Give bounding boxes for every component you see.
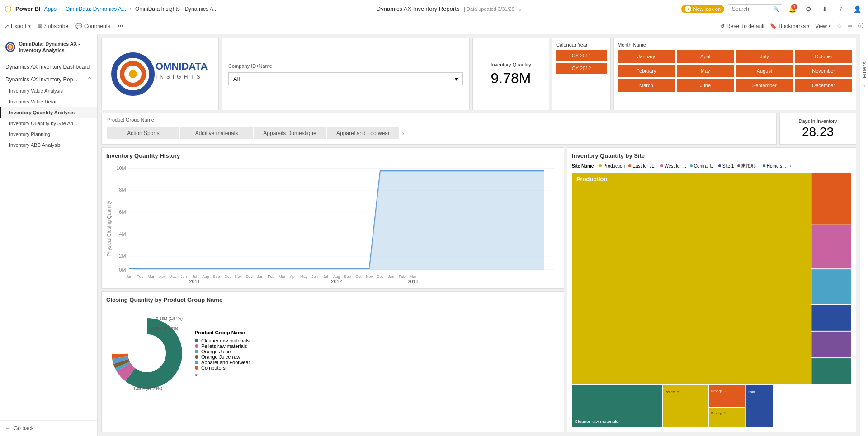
calendar-label: Calendar Year bbox=[556, 42, 607, 47]
month-november[interactable]: November bbox=[795, 65, 852, 77]
help-icon[interactable]: ? bbox=[835, 3, 847, 15]
month-february[interactable]: February bbox=[618, 65, 675, 77]
sidebar-item-value-detail[interactable]: Inventory Value Detail bbox=[0, 96, 97, 107]
breadcrumb2: OmniData Insights - Dynamics A... bbox=[135, 6, 218, 12]
breadcrumb1[interactable]: OmniData: Dynamics A... bbox=[66, 6, 126, 12]
info-icon[interactable]: ⓘ bbox=[858, 22, 863, 30]
pg-apparel[interactable]: Apparel and Footwear bbox=[327, 127, 399, 139]
pg-additive[interactable]: Additive materials bbox=[180, 127, 253, 139]
svg-point-60 bbox=[128, 334, 166, 372]
company-filter-select[interactable]: All ▾ bbox=[228, 72, 463, 85]
new-look-toggle[interactable]: ● New look on bbox=[681, 5, 724, 13]
calendar-cy2011[interactable]: CY 2011 bbox=[556, 50, 607, 61]
star-icon[interactable]: ☆ bbox=[836, 22, 843, 30]
svg-text:4M: 4M bbox=[119, 231, 126, 237]
export-button[interactable]: ↗ Export ▾ bbox=[5, 23, 31, 29]
user-avatar[interactable]: 👤 bbox=[851, 3, 863, 15]
svg-text:Jan: Jan bbox=[257, 274, 264, 279]
days-label: Days in Inventory bbox=[799, 118, 837, 124]
apps-link[interactable]: Apps bbox=[44, 6, 57, 12]
settings-icon[interactable]: ⚙ bbox=[802, 3, 815, 15]
sidebar-item-value-analysis[interactable]: Inventory Value Analysis bbox=[0, 85, 97, 96]
month-may[interactable]: May bbox=[677, 65, 734, 77]
svg-text:Jun: Jun bbox=[311, 274, 318, 279]
charts-left: Inventory Quantity History 10M bbox=[101, 147, 564, 432]
site-legend-jiayong: 家用刷... bbox=[737, 163, 759, 169]
month-october[interactable]: October bbox=[795, 50, 852, 63]
month-august[interactable]: August bbox=[736, 65, 793, 77]
view-button[interactable]: View ▾ bbox=[815, 23, 831, 29]
pg-appareils[interactable]: Appareils Domestique bbox=[254, 127, 326, 139]
legend-apparel: Apparel and Footwear bbox=[195, 360, 250, 365]
filters-panel-label: Filters bbox=[862, 61, 867, 78]
month-march[interactable]: March bbox=[618, 79, 675, 92]
powerbi-label: Power BI bbox=[15, 5, 41, 12]
month-july[interactable]: July bbox=[736, 50, 793, 63]
sub-toolbar: ↗ Export ▾ ✉ Subscribe 💬 Comments ••• ↺ … bbox=[0, 18, 868, 34]
subscribe-button[interactable]: ✉ Subscribe bbox=[38, 23, 68, 29]
treemap-ojraw-bottom[interactable] bbox=[709, 408, 745, 427]
legend-dot-apparel bbox=[195, 361, 198, 364]
sidebar-item-dashboard[interactable]: Dynamics AX Inventory Dashboard bbox=[0, 60, 97, 74]
calendar-cy2012[interactable]: CY 2012 bbox=[556, 63, 607, 74]
bookmarks-button[interactable]: 🔖 Bookmarks ▾ bbox=[770, 23, 810, 29]
site-legend-east: East for st... bbox=[628, 164, 656, 169]
treemap-site1[interactable] bbox=[811, 305, 851, 331]
legend-scroll-down[interactable]: ▾ bbox=[195, 372, 250, 378]
filters-chevron-icon[interactable]: › bbox=[863, 83, 865, 89]
month-label: Month Name bbox=[618, 42, 852, 47]
site-legend-homes: Home s... bbox=[763, 164, 786, 169]
legend-dot-pellets bbox=[195, 344, 198, 348]
inv-qty-label: Inventory Quantity bbox=[491, 62, 531, 67]
sidebar-item-qty-analysis[interactable]: Inventory Quantity Analysis bbox=[0, 107, 97, 118]
chevron-down-icon[interactable]: ⌄ bbox=[518, 5, 523, 12]
month-june[interactable]: June bbox=[677, 79, 734, 92]
month-september[interactable]: September bbox=[736, 79, 793, 92]
legend-dot-west bbox=[660, 164, 663, 167]
legend-title: Product Group Name bbox=[195, 330, 250, 335]
edit-icon[interactable]: ✏ bbox=[848, 23, 853, 29]
legend-cleaner: Cleaner raw materials bbox=[195, 338, 250, 343]
treemap-svg: Production Cleaner raw materials Pellets… bbox=[572, 173, 851, 427]
month-grid: January April July October February May … bbox=[618, 50, 852, 92]
calendar-next-arrow[interactable]: › bbox=[605, 70, 608, 78]
treemap-oj-label: Orange J... bbox=[711, 389, 728, 393]
go-back-button[interactable]: ← Go back bbox=[0, 420, 97, 436]
more-options-icon[interactable]: ••• bbox=[118, 23, 123, 29]
bookmark-chevron: ▾ bbox=[807, 24, 810, 28]
treemap-production[interactable] bbox=[572, 173, 811, 384]
product-group-arrow[interactable]: › bbox=[402, 129, 404, 137]
sidebar-item-abc[interactable]: Inventory ABC Analysis bbox=[0, 140, 97, 150]
treemap-central[interactable] bbox=[811, 269, 851, 304]
row-filters: OMNIDATA INSIGHTS Company ID+Name All ▾ … bbox=[101, 38, 856, 110]
legend-more-icon[interactable]: › bbox=[790, 164, 791, 169]
svg-text:Dec: Dec bbox=[246, 274, 253, 279]
treemap-oj-bottom[interactable] bbox=[709, 385, 745, 407]
pg-action-sports[interactable]: Action Sports bbox=[107, 127, 179, 139]
powerbi-logo: ⬡ bbox=[5, 4, 12, 14]
legend-dot-homes bbox=[763, 164, 765, 167]
comments-button[interactable]: 💬 Comments bbox=[75, 23, 110, 29]
reset-button[interactable]: ↺ Reset to default bbox=[720, 23, 764, 29]
filters-panel[interactable]: Filters › bbox=[860, 34, 868, 436]
back-arrow-icon: ← bbox=[5, 425, 11, 431]
sidebar-item-qty-site[interactable]: Inventory Quantity by Site An... bbox=[0, 118, 97, 129]
legend-dot-production bbox=[599, 164, 602, 167]
month-december[interactable]: December bbox=[795, 79, 852, 92]
breadcrumb-sep1: › bbox=[60, 6, 62, 12]
month-january[interactable]: January bbox=[618, 50, 675, 63]
treemap-jiayong[interactable] bbox=[811, 332, 851, 357]
notification-bell[interactable]: 🔔 1 bbox=[786, 3, 798, 15]
svg-text:Mar: Mar bbox=[410, 274, 416, 279]
download-icon[interactable]: ⬇ bbox=[818, 3, 831, 15]
treemap-west[interactable] bbox=[811, 225, 851, 269]
month-april[interactable]: April bbox=[677, 50, 734, 63]
site-chart-card: Inventory Quantity by Site Site Name Pro… bbox=[567, 147, 856, 432]
treemap-east[interactable] bbox=[811, 173, 851, 225]
legend-computers: Computers bbox=[195, 365, 250, 370]
treemap-homes[interactable] bbox=[811, 358, 851, 384]
export-icon: ↗ bbox=[5, 23, 9, 29]
sidebar-section-reports[interactable]: Dynamics AX Inventory Rep... ⌃ bbox=[0, 74, 97, 85]
sidebar-item-planning[interactable]: Inventory Planning bbox=[0, 129, 97, 140]
svg-text:2013: 2013 bbox=[407, 279, 418, 283]
